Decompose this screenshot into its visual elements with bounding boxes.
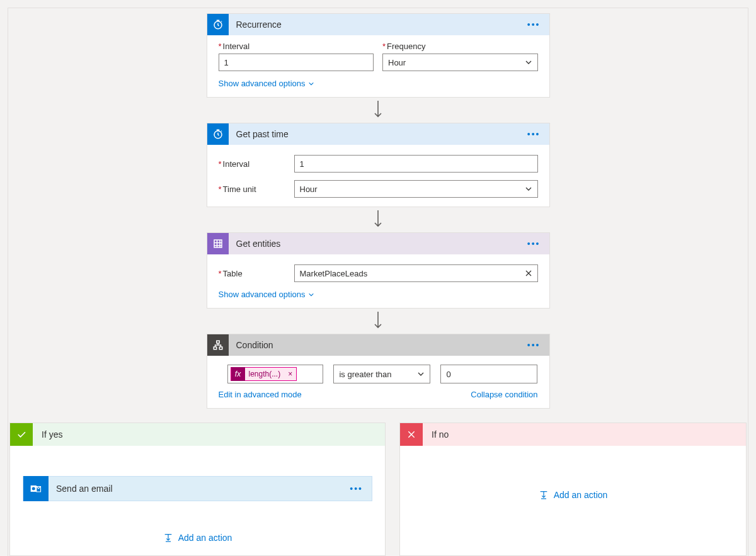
interval-label: Interval bbox=[219, 42, 374, 51]
more-icon[interactable]: ••• bbox=[518, 239, 549, 249]
send-email-action[interactable]: Send an email ••• bbox=[23, 476, 372, 501]
get-entities-title: Get entities bbox=[229, 239, 518, 249]
interval-input[interactable]: 1 bbox=[219, 54, 374, 71]
table-label: Table bbox=[219, 269, 294, 278]
chevron-down-icon bbox=[417, 370, 425, 378]
if-no-header[interactable]: If no bbox=[400, 423, 746, 446]
remove-token-icon[interactable]: × bbox=[284, 370, 296, 378]
frequency-label: Frequency bbox=[382, 42, 538, 51]
past-time-card: Get past time ••• Interval 1 Time unit H… bbox=[207, 123, 550, 207]
condition-value-input[interactable]: 0 bbox=[440, 365, 537, 383]
more-icon[interactable]: ••• bbox=[341, 484, 372, 494]
get-entities-card: Get entities ••• Table MarketPlaceLeads … bbox=[207, 232, 550, 309]
send-email-title: Send an email bbox=[49, 484, 341, 494]
time-unit-select[interactable]: Hour bbox=[294, 180, 538, 198]
svg-rect-5 bbox=[219, 347, 222, 349]
fx-icon: fx bbox=[231, 367, 245, 381]
svg-point-7 bbox=[32, 487, 35, 491]
interval-label: Interval bbox=[219, 159, 294, 169]
branch-icon bbox=[207, 334, 229, 356]
if-yes-header[interactable]: If yes bbox=[10, 423, 385, 446]
more-icon[interactable]: ••• bbox=[518, 129, 549, 139]
add-action-icon bbox=[163, 533, 173, 543]
table-input[interactable]: MarketPlaceLeads bbox=[294, 264, 538, 282]
chevron-down-icon bbox=[525, 59, 532, 66]
if-yes-branch: If yes Send an email ••• Add an action bbox=[9, 423, 386, 556]
check-icon bbox=[10, 423, 33, 446]
recurrence-card: Recurrence ••• Interval 1 Frequency Hour bbox=[207, 13, 550, 98]
condition-title: Condition bbox=[229, 340, 518, 350]
get-entities-header[interactable]: Get entities ••• bbox=[207, 233, 549, 254]
add-action-icon bbox=[539, 490, 549, 500]
if-yes-title: If yes bbox=[33, 429, 62, 440]
show-advanced-link[interactable]: Show advanced options bbox=[219, 290, 314, 299]
add-action-button[interactable]: Add an action bbox=[539, 490, 608, 500]
condition-left-input[interactable]: fx length(...) × bbox=[227, 365, 324, 383]
more-icon[interactable]: ••• bbox=[518, 340, 549, 350]
recurrence-header[interactable]: Recurrence ••• bbox=[207, 14, 549, 35]
past-time-title: Get past time bbox=[229, 129, 518, 139]
flow-arrow bbox=[373, 309, 383, 334]
clear-icon[interactable] bbox=[525, 269, 532, 277]
svg-rect-2 bbox=[214, 240, 222, 247]
outlook-icon bbox=[23, 476, 49, 501]
svg-rect-4 bbox=[214, 347, 217, 349]
time-unit-label: Time unit bbox=[219, 184, 294, 194]
interval-input[interactable]: 1 bbox=[294, 155, 538, 173]
table-icon bbox=[207, 233, 229, 254]
collapse-condition-link[interactable]: Collapse condition bbox=[471, 390, 537, 399]
recurrence-title: Recurrence bbox=[229, 20, 518, 30]
condition-card: Condition ••• fx length(...) × is greate… bbox=[207, 334, 550, 409]
condition-operator-select[interactable]: is greater than bbox=[333, 365, 430, 383]
clock-icon bbox=[207, 14, 229, 35]
edit-advanced-link[interactable]: Edit in advanced mode bbox=[219, 390, 302, 399]
flow-arrow bbox=[373, 207, 383, 232]
expression-token[interactable]: fx length(...) × bbox=[231, 367, 297, 381]
condition-header[interactable]: Condition ••• bbox=[207, 334, 549, 356]
more-icon[interactable]: ••• bbox=[518, 20, 549, 30]
flow-arrow bbox=[373, 98, 383, 123]
chevron-down-icon bbox=[525, 185, 532, 193]
past-time-header[interactable]: Get past time ••• bbox=[207, 123, 549, 145]
svg-rect-3 bbox=[216, 341, 219, 343]
condition-branches: If yes Send an email ••• Add an action bbox=[8, 423, 748, 556]
x-icon bbox=[400, 423, 423, 446]
frequency-select[interactable]: Hour bbox=[382, 54, 538, 71]
show-advanced-link[interactable]: Show advanced options bbox=[219, 79, 314, 88]
if-no-title: If no bbox=[423, 429, 449, 440]
add-action-button[interactable]: Add an action bbox=[163, 533, 232, 543]
flow-canvas: Recurrence ••• Interval 1 Frequency Hour bbox=[8, 8, 748, 556]
if-no-branch: If no Add an action bbox=[399, 423, 747, 556]
clock-icon bbox=[207, 123, 229, 145]
